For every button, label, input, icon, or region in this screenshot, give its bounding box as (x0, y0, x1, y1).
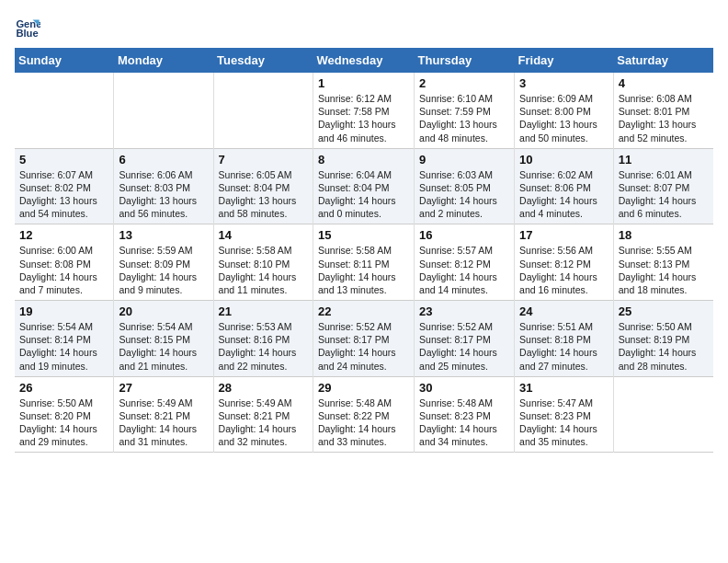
logo: General Blue (15, 15, 44, 40)
day-number: 23 (419, 304, 509, 318)
day-number: 25 (619, 304, 709, 318)
calendar-cell: 19Sunrise: 5:54 AM Sunset: 8:14 PM Dayli… (15, 301, 114, 377)
cell-info: Sunrise: 5:50 AM Sunset: 8:19 PM Dayligh… (619, 320, 709, 373)
cell-info: Sunrise: 5:52 AM Sunset: 8:17 PM Dayligh… (318, 320, 409, 373)
day-number: 17 (519, 228, 609, 242)
day-number: 27 (119, 381, 208, 395)
cell-info: Sunrise: 5:47 AM Sunset: 8:23 PM Dayligh… (519, 396, 609, 449)
calendar-cell (613, 376, 713, 453)
calendar-cell: 6Sunrise: 6:06 AM Sunset: 8:03 PM Daylig… (114, 148, 213, 224)
svg-text:Blue: Blue (16, 28, 38, 39)
cell-info: Sunrise: 6:09 AM Sunset: 8:00 PM Dayligh… (519, 92, 609, 144)
calendar-cell: 27Sunrise: 5:49 AM Sunset: 8:21 PM Dayli… (114, 376, 213, 453)
calendar-cell: 22Sunrise: 5:52 AM Sunset: 8:17 PM Dayli… (313, 301, 414, 377)
day-number: 18 (619, 228, 709, 242)
calendar-cell: 7Sunrise: 6:05 AM Sunset: 8:04 PM Daylig… (213, 148, 313, 224)
cell-info: Sunrise: 5:58 AM Sunset: 8:11 PM Dayligh… (318, 244, 409, 296)
cell-info: Sunrise: 6:00 AM Sunset: 8:08 PM Dayligh… (19, 244, 108, 296)
calendar-cell (114, 73, 213, 148)
calendar-cell (15, 73, 114, 148)
day-number: 16 (419, 228, 509, 242)
day-number: 29 (318, 381, 409, 395)
cell-info: Sunrise: 5:48 AM Sunset: 8:23 PM Dayligh… (419, 396, 509, 449)
day-number: 22 (318, 304, 409, 318)
calendar-week-row: 1Sunrise: 6:12 AM Sunset: 7:58 PM Daylig… (15, 73, 713, 148)
calendar-cell: 1Sunrise: 6:12 AM Sunset: 7:58 PM Daylig… (313, 73, 414, 148)
cell-info: Sunrise: 5:49 AM Sunset: 8:21 PM Dayligh… (119, 396, 208, 449)
day-number: 10 (519, 153, 609, 167)
calendar-cell: 28Sunrise: 5:49 AM Sunset: 8:21 PM Dayli… (213, 376, 313, 453)
day-number: 13 (119, 228, 208, 242)
calendar-cell: 3Sunrise: 6:09 AM Sunset: 8:00 PM Daylig… (515, 73, 614, 148)
day-number: 21 (219, 304, 308, 318)
calendar-cell: 20Sunrise: 5:54 AM Sunset: 8:15 PM Dayli… (114, 301, 213, 377)
cell-info: Sunrise: 5:53 AM Sunset: 8:16 PM Dayligh… (219, 320, 308, 373)
calendar-cell: 15Sunrise: 5:58 AM Sunset: 8:11 PM Dayli… (313, 224, 414, 301)
cell-info: Sunrise: 5:55 AM Sunset: 8:13 PM Dayligh… (619, 244, 709, 296)
calendar-cell: 11Sunrise: 6:01 AM Sunset: 8:07 PM Dayli… (613, 148, 713, 224)
calendar-cell: 5Sunrise: 6:07 AM Sunset: 8:02 PM Daylig… (15, 148, 114, 224)
page-header: General Blue (15, 15, 713, 40)
day-number: 31 (519, 381, 609, 395)
calendar-cell: 24Sunrise: 5:51 AM Sunset: 8:18 PM Dayli… (515, 301, 614, 377)
cell-info: Sunrise: 6:08 AM Sunset: 8:01 PM Dayligh… (619, 92, 709, 144)
day-number: 24 (519, 304, 609, 318)
day-number: 6 (119, 153, 208, 167)
logo-icon: General Blue (15, 15, 40, 40)
day-number: 5 (19, 153, 108, 167)
calendar-week-row: 26Sunrise: 5:50 AM Sunset: 8:20 PM Dayli… (15, 376, 713, 453)
cell-info: Sunrise: 5:56 AM Sunset: 8:12 PM Dayligh… (519, 244, 609, 296)
calendar-week-row: 5Sunrise: 6:07 AM Sunset: 8:02 PM Daylig… (15, 148, 713, 224)
calendar-cell: 4Sunrise: 6:08 AM Sunset: 8:01 PM Daylig… (613, 73, 713, 148)
day-number: 20 (119, 304, 208, 318)
cell-info: Sunrise: 5:50 AM Sunset: 8:20 PM Dayligh… (19, 396, 108, 449)
calendar-cell: 8Sunrise: 6:04 AM Sunset: 8:04 PM Daylig… (313, 148, 414, 224)
header-cell: Sunday (15, 48, 114, 73)
cell-info: Sunrise: 5:54 AM Sunset: 8:14 PM Dayligh… (19, 320, 108, 373)
day-number: 12 (19, 228, 108, 242)
calendar-cell: 26Sunrise: 5:50 AM Sunset: 8:20 PM Dayli… (15, 376, 114, 453)
calendar-cell: 23Sunrise: 5:52 AM Sunset: 8:17 PM Dayli… (415, 301, 515, 377)
calendar-week-row: 12Sunrise: 6:00 AM Sunset: 8:08 PM Dayli… (15, 224, 713, 301)
calendar-cell: 12Sunrise: 6:00 AM Sunset: 8:08 PM Dayli… (15, 224, 114, 301)
calendar-table: SundayMondayTuesdayWednesdayThursdayFrid… (15, 48, 713, 453)
cell-info: Sunrise: 5:59 AM Sunset: 8:09 PM Dayligh… (119, 244, 208, 296)
day-number: 14 (219, 228, 308, 242)
header-cell: Monday (114, 48, 213, 73)
cell-info: Sunrise: 5:48 AM Sunset: 8:22 PM Dayligh… (318, 396, 409, 449)
day-number: 11 (619, 153, 709, 167)
day-number: 19 (19, 304, 108, 318)
day-number: 4 (619, 76, 709, 90)
cell-info: Sunrise: 6:02 AM Sunset: 8:06 PM Dayligh… (519, 168, 609, 221)
day-number: 30 (419, 381, 509, 395)
day-number: 9 (419, 153, 509, 167)
cell-info: Sunrise: 6:01 AM Sunset: 8:07 PM Dayligh… (619, 168, 709, 221)
calendar-cell: 17Sunrise: 5:56 AM Sunset: 8:12 PM Dayli… (515, 224, 614, 301)
cell-info: Sunrise: 5:52 AM Sunset: 8:17 PM Dayligh… (419, 320, 509, 373)
cell-info: Sunrise: 6:05 AM Sunset: 8:04 PM Dayligh… (219, 168, 308, 221)
day-number: 15 (318, 228, 409, 242)
calendar-cell: 14Sunrise: 5:58 AM Sunset: 8:10 PM Dayli… (213, 224, 313, 301)
cell-info: Sunrise: 5:58 AM Sunset: 8:10 PM Dayligh… (219, 244, 308, 296)
calendar-cell: 21Sunrise: 5:53 AM Sunset: 8:16 PM Dayli… (213, 301, 313, 377)
header-cell: Wednesday (313, 48, 414, 73)
day-number: 2 (419, 76, 509, 90)
header-cell: Friday (515, 48, 614, 73)
calendar-cell: 16Sunrise: 5:57 AM Sunset: 8:12 PM Dayli… (415, 224, 515, 301)
calendar-cell: 30Sunrise: 5:48 AM Sunset: 8:23 PM Dayli… (415, 376, 515, 453)
header-cell: Thursday (415, 48, 515, 73)
day-number: 26 (19, 381, 108, 395)
cell-info: Sunrise: 6:12 AM Sunset: 7:58 PM Dayligh… (318, 92, 409, 144)
cell-info: Sunrise: 6:04 AM Sunset: 8:04 PM Dayligh… (318, 168, 409, 221)
day-number: 7 (219, 153, 308, 167)
day-number: 8 (318, 153, 409, 167)
cell-info: Sunrise: 5:49 AM Sunset: 8:21 PM Dayligh… (219, 396, 308, 449)
calendar-cell: 9Sunrise: 6:03 AM Sunset: 8:05 PM Daylig… (415, 148, 515, 224)
calendar-week-row: 19Sunrise: 5:54 AM Sunset: 8:14 PM Dayli… (15, 301, 713, 377)
calendar-cell: 10Sunrise: 6:02 AM Sunset: 8:06 PM Dayli… (515, 148, 614, 224)
calendar-cell: 29Sunrise: 5:48 AM Sunset: 8:22 PM Dayli… (313, 376, 414, 453)
cell-info: Sunrise: 6:03 AM Sunset: 8:05 PM Dayligh… (419, 168, 509, 221)
cell-info: Sunrise: 6:10 AM Sunset: 7:59 PM Dayligh… (419, 92, 509, 144)
calendar-cell: 13Sunrise: 5:59 AM Sunset: 8:09 PM Dayli… (114, 224, 213, 301)
header-row: SundayMondayTuesdayWednesdayThursdayFrid… (15, 48, 713, 73)
